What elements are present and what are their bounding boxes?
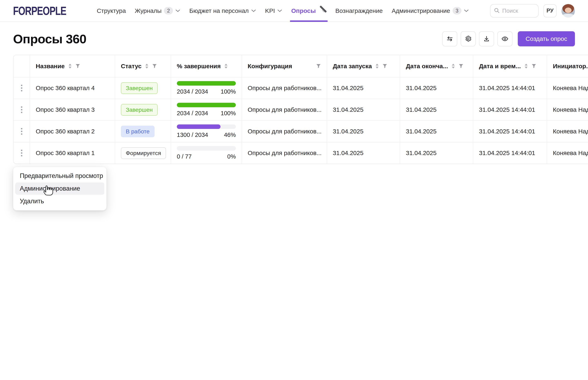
end-date-text: 31.04.2025: [406, 106, 437, 113]
cell-initiator: Коняева Над: [547, 77, 588, 99]
nav-item-compensation[interactable]: Вознаграждение: [336, 0, 383, 21]
user-avatar[interactable]: [561, 4, 575, 18]
page-title: Опросы 360: [13, 32, 86, 46]
progress-bar: [177, 103, 236, 107]
filter-funnel-icon[interactable]: [152, 64, 157, 69]
progress-bar-fill: [177, 81, 236, 86]
locale-button[interactable]: РУ: [543, 4, 556, 17]
column-header-Инициатор...: Инициатор...: [547, 55, 588, 77]
nav-item-journals[interactable]: Журналы2: [135, 0, 180, 21]
cell-completion: 2034 / 2034100%: [171, 99, 242, 120]
row-kebab-menu-button[interactable]: [14, 99, 30, 120]
column-header-Название: Название: [30, 55, 115, 77]
cell-datetime: 31.04.2025 14:44:01: [473, 77, 547, 99]
cell-status: Завершен: [115, 99, 171, 120]
cell-completion: 2034 / 2034100%: [171, 77, 242, 99]
filter-funnel-icon[interactable]: [459, 64, 463, 69]
survey-name: Опрос 360 квартал 3: [36, 106, 95, 113]
page-header: Опросы 360 Создать опрос: [0, 22, 588, 46]
sort-icon[interactable]: [451, 63, 455, 69]
filter-funnel-icon[interactable]: [382, 64, 387, 69]
initiator-text: Коняева Над: [553, 128, 588, 135]
nav-item-label: Вознаграждение: [336, 7, 383, 14]
surveys-table: НазваниеСтатус% завершенияКонфигурацияДа…: [13, 55, 588, 164]
column-header-actions: [14, 55, 30, 77]
nav-item-label: Опросы: [291, 7, 316, 14]
download-button[interactable]: [479, 31, 494, 46]
page-actions: Создать опрос: [442, 31, 575, 46]
cell-datetime: 31.04.2025 14:44:01: [473, 121, 547, 142]
sort-icon[interactable]: [375, 63, 379, 69]
row-kebab-menu-button[interactable]: [14, 121, 30, 142]
sort-icon[interactable]: [145, 63, 149, 69]
column-header-label: Конфигурация: [248, 63, 292, 70]
column-header-label: Статус: [121, 63, 142, 70]
top-nav-bar: FORPEOPLE СтруктураЖурналы2Бюджет на пер…: [0, 0, 588, 22]
nav-item-surveys[interactable]: Опросы: [291, 0, 326, 21]
table-row[interactable]: Опрос 360 квартал 2В работе1300 / 203446…: [14, 120, 588, 142]
cell-configuration: Опросы для работников...: [242, 77, 327, 99]
create-survey-button[interactable]: Создать опрос: [518, 31, 575, 46]
app: FORPEOPLE СтруктураЖурналы2Бюджет на пер…: [0, 0, 588, 380]
row-context-menu: Предварительный просмотрАдминистрировани…: [13, 167, 107, 210]
filter-funnel-icon[interactable]: [532, 64, 536, 69]
initiator-text: Коняева Над: [553, 150, 588, 156]
column-header-label: Название: [36, 63, 65, 70]
eye-icon: [501, 35, 509, 42]
nav-item-kpi[interactable]: KPI: [265, 0, 282, 21]
cell-end-date: 31.04.2025: [400, 99, 473, 120]
swap-horizontal-button[interactable]: [442, 31, 457, 46]
context-menu-item[interactable]: Предварительный просмотр: [15, 170, 104, 182]
cell-start-date: 31.04.2025: [327, 99, 400, 120]
row-kebab-menu-button[interactable]: [14, 77, 30, 99]
start-date-text: 31.04.2025: [333, 128, 363, 135]
cell-start-date: 31.04.2025: [327, 77, 400, 99]
cell-end-date: 31.04.2025: [400, 77, 473, 99]
brand-logo-text: FORPEOPLE: [13, 4, 66, 18]
chevron-down-icon: [251, 9, 256, 12]
progress-bar: [177, 146, 236, 151]
configuration-text: Опросы для работников...: [248, 106, 321, 113]
nav-item-count-badge: 2: [164, 7, 173, 15]
context-menu-item[interactable]: Удалить: [15, 195, 104, 207]
nav-item-label: Структура: [97, 7, 126, 14]
nav-item-structure[interactable]: Структура: [97, 0, 126, 21]
datetime-text: 31.04.2025 14:44:01: [479, 128, 535, 135]
filter-funnel-icon[interactable]: [316, 64, 321, 69]
download-icon: [483, 35, 490, 42]
sort-icon[interactable]: [68, 63, 72, 69]
status-badge: Формируется: [121, 147, 166, 159]
sort-icon[interactable]: [524, 63, 528, 69]
status-badge: Завершен: [121, 82, 158, 94]
initiator-text: Коняева Над: [553, 106, 588, 113]
end-date-text: 31.04.2025: [406, 128, 437, 135]
nav-item-label: Бюджет на персонал: [189, 7, 249, 14]
settings-gear-icon: [464, 35, 472, 42]
datetime-text: 31.04.2025 14:44:01: [479, 106, 535, 113]
progress-percent: 46%: [224, 132, 236, 138]
nav-item-budget[interactable]: Бюджет на персонал: [189, 0, 256, 21]
progress-count: 2034 / 2034: [177, 110, 208, 117]
chevron-down-icon: [464, 9, 469, 12]
table-row[interactable]: Опрос 360 квартал 1Формируется0 / 770%Оп…: [14, 142, 588, 164]
cell-completion: 1300 / 203446%: [171, 121, 242, 142]
context-menu-item[interactable]: Администрирование: [15, 182, 104, 195]
cell-initiator: Коняева Над: [547, 99, 588, 120]
search-input[interactable]: [502, 8, 535, 14]
main-nav: СтруктураЖурналы2Бюджет на персоналKPIОп…: [97, 0, 469, 21]
survey-name: Опрос 360 квартал 2: [36, 128, 95, 135]
row-kebab-menu-button[interactable]: [14, 142, 30, 164]
nav-item-administration[interactable]: Администрирование3: [392, 0, 469, 21]
sort-icon[interactable]: [224, 63, 228, 69]
start-date-text: 31.04.2025: [333, 85, 363, 92]
cell-configuration: Опросы для работников...: [242, 99, 327, 120]
eye-button[interactable]: [497, 31, 513, 46]
search-box[interactable]: [490, 4, 539, 18]
configuration-text: Опросы для работников...: [248, 85, 321, 92]
brand-logo[interactable]: FORPEOPLE: [13, 0, 64, 21]
table-row[interactable]: Опрос 360 квартал 3Завершен2034 / 203410…: [14, 99, 588, 120]
cell-start-date: 31.04.2025: [327, 121, 400, 142]
settings-gear-button[interactable]: [461, 31, 476, 46]
table-row[interactable]: Опрос 360 квартал 4Завершен2034 / 203410…: [14, 77, 588, 99]
filter-funnel-icon[interactable]: [75, 64, 80, 69]
